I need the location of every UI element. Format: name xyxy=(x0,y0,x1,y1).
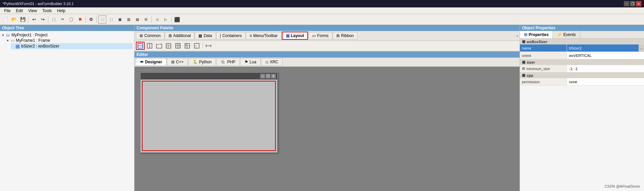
tree-item-sizer[interactable]: ▦ bSizer2 : wxBoxSizer xyxy=(11,43,133,49)
containers-label: Containers xyxy=(222,33,242,38)
tool-gridbagsizer[interactable] xyxy=(183,42,192,50)
tab-ribbon[interactable]: ⊞ Ribbon xyxy=(333,32,357,39)
toolbar-copy[interactable]: ⬚ xyxy=(50,15,58,24)
tool-staticboxsizer[interactable]: txt xyxy=(155,42,163,50)
additional-icon: ⊞ xyxy=(168,33,172,38)
restore-button[interactable]: ❐ xyxy=(630,1,635,6)
props-minsize-value-text: -1; -1 xyxy=(569,67,578,71)
toolbar-sep6 xyxy=(171,16,172,23)
svg-text:txt: txt xyxy=(157,43,159,45)
props-minsize-expand[interactable]: ⊞ xyxy=(522,66,525,71)
tab-menutoolbar[interactable]: ≡ Menu/Toolbar xyxy=(246,32,281,39)
toolbar-align6[interactable]: ⊟ xyxy=(142,15,150,24)
menu-file[interactable]: File xyxy=(1,8,13,14)
tab-data[interactable]: ▦ Data xyxy=(195,32,216,39)
tab-php[interactable]: 🐘 PHP xyxy=(216,58,240,66)
svg-rect-10 xyxy=(176,43,180,48)
toolbar-align3[interactable]: ▦ xyxy=(116,15,124,24)
props-section-wxboxsizer: ▣ wxBoxSizer xyxy=(520,39,644,44)
tool-wrapsizer[interactable]: ≈ xyxy=(192,42,201,50)
tool-boxsizer-h[interactable] xyxy=(145,42,154,50)
minimize-button[interactable]: ─ xyxy=(624,1,629,6)
tab-additional[interactable]: ⊞ Additional xyxy=(165,32,195,39)
tool-gridsizer[interactable] xyxy=(164,42,173,50)
props-section-expand-wxboxsizer[interactable]: ▣ xyxy=(522,39,525,44)
props-value-name-text: bSizer2 xyxy=(569,46,581,50)
canvas-close[interactable]: ✕ xyxy=(271,74,276,78)
props-name-name: name xyxy=(520,44,567,52)
tab-layout[interactable]: ▦ Layout xyxy=(282,32,308,40)
props-section-expand-sizer[interactable]: ▣ xyxy=(522,60,525,64)
props-content: ▣ wxBoxSizer name bSizer2 … orient wxVER… xyxy=(520,39,644,191)
toolbar-new[interactable]: 📄 xyxy=(1,15,9,24)
menu-view[interactable]: View xyxy=(26,8,40,14)
props-value-orient[interactable]: wxVERTICAL xyxy=(567,52,644,59)
tab-common[interactable]: ⊞ Common xyxy=(136,32,164,39)
toolbar-redo[interactable]: ↪ xyxy=(39,15,47,24)
toolbar-align1[interactable]: ⬜ xyxy=(98,15,106,24)
tool-spacer[interactable] xyxy=(204,42,213,50)
svg-rect-17 xyxy=(186,44,187,45)
props-section-expand-cpp[interactable]: ▣ xyxy=(522,73,525,77)
props-orient-label: orient xyxy=(522,54,531,58)
object-tree-header: Object Tree xyxy=(0,25,134,31)
tab-xrc[interactable]: ◇ XRC xyxy=(261,58,282,66)
canvas-inner[interactable] xyxy=(142,81,276,151)
tab-containers[interactable]: | Containers xyxy=(216,32,245,39)
menu-bar: File Edit View Tools Help xyxy=(0,7,644,14)
toolbar-move-left[interactable]: ◁ xyxy=(153,15,161,24)
tool-flexgridsizer[interactable] xyxy=(174,42,182,50)
props-section-sizer: ▣ sizer xyxy=(520,59,644,65)
toolbar-settings[interactable]: ⚙ xyxy=(87,15,95,24)
tab-cpp[interactable]: ⊞ C++ xyxy=(167,58,188,66)
props-section-label-cpp: cpp xyxy=(527,73,533,77)
props-name-permission: permission xyxy=(520,78,567,85)
toolbar-align5[interactable]: ▤ xyxy=(133,15,141,24)
props-section-label-sizer: sizer xyxy=(527,60,535,64)
tree-item-frame[interactable]: ▼ ▭ MyFrame1 : Frame xyxy=(6,38,133,43)
editor-area: Editor ✏ Designer ⊞ C++ 🐍 Python 🐘 PHP xyxy=(135,52,520,191)
tab-forms[interactable]: ▭ Forms xyxy=(308,32,332,39)
props-minsize-label: minimum_size xyxy=(526,67,550,71)
menu-tools[interactable]: Tools xyxy=(40,8,54,14)
props-icon: ⊞ xyxy=(524,32,527,37)
tab-lua[interactable]: ⚑ Lua xyxy=(240,58,261,66)
props-section-cpp: ▣ cpp xyxy=(520,72,644,78)
props-tab-properties[interactable]: ⊞ Properties xyxy=(520,31,553,38)
canvas-minimize[interactable]: ─ xyxy=(260,74,265,78)
tool-boxsizer-v[interactable] xyxy=(136,42,145,50)
staticboxsizer-icon: txt xyxy=(156,43,162,49)
menu-edit[interactable]: Edit xyxy=(13,8,26,14)
main-layout: Object Tree ▼ 🗂 MyProject1 : Project ▼ ▭… xyxy=(0,25,644,191)
toolbar-save[interactable]: 💾 xyxy=(19,15,27,24)
ribbon-icon: ⊞ xyxy=(336,33,340,38)
editor-canvas: ─ ❐ ✕ xyxy=(135,67,520,191)
toolbar-sep5 xyxy=(151,16,152,23)
toolbar-align4[interactable]: ▥ xyxy=(124,15,132,24)
canvas-restore[interactable]: ❐ xyxy=(266,74,270,78)
toolbar-sep3 xyxy=(85,16,86,23)
props-value-name[interactable]: bSizer2 xyxy=(567,44,639,52)
toolbar-undo[interactable]: ↩ xyxy=(30,15,38,24)
toolbar-align2[interactable]: ⬚ xyxy=(107,15,115,24)
toolbar-move-right[interactable]: ▷ xyxy=(162,15,170,24)
tab-python[interactable]: 🐍 Python xyxy=(188,58,216,66)
props-edit-name[interactable]: … xyxy=(639,44,644,52)
menutoolbar-label: Menu/Toolbar xyxy=(253,33,278,38)
props-header: Object Properties xyxy=(520,25,644,31)
events-icon: ⚡ xyxy=(557,32,562,37)
php-label: PHP xyxy=(227,60,235,64)
tree-icon-sizer: ▦ xyxy=(15,43,20,49)
editor-tabs: ✏ Designer ⊞ C++ 🐍 Python 🐘 PHP ⚑ Lu xyxy=(135,58,520,67)
toolbar-expand[interactable]: ⬛ xyxy=(173,15,181,24)
props-tab-events[interactable]: ⚡ Events xyxy=(553,31,580,38)
tree-item-project[interactable]: ▼ 🗂 MyProject1 : Project xyxy=(1,32,133,38)
layout-label: Layout xyxy=(291,33,304,38)
toolbar-paste[interactable]: 📋 xyxy=(67,15,75,24)
close-button[interactable]: ✕ xyxy=(636,1,641,6)
toolbar-delete[interactable]: ✖ xyxy=(76,15,84,24)
toolbar-cut[interactable]: ✂ xyxy=(59,15,67,24)
toolbar-open[interactable]: 📂 xyxy=(10,15,18,24)
menu-help[interactable]: Help xyxy=(54,8,68,14)
tab-designer[interactable]: ✏ Designer xyxy=(136,58,166,66)
